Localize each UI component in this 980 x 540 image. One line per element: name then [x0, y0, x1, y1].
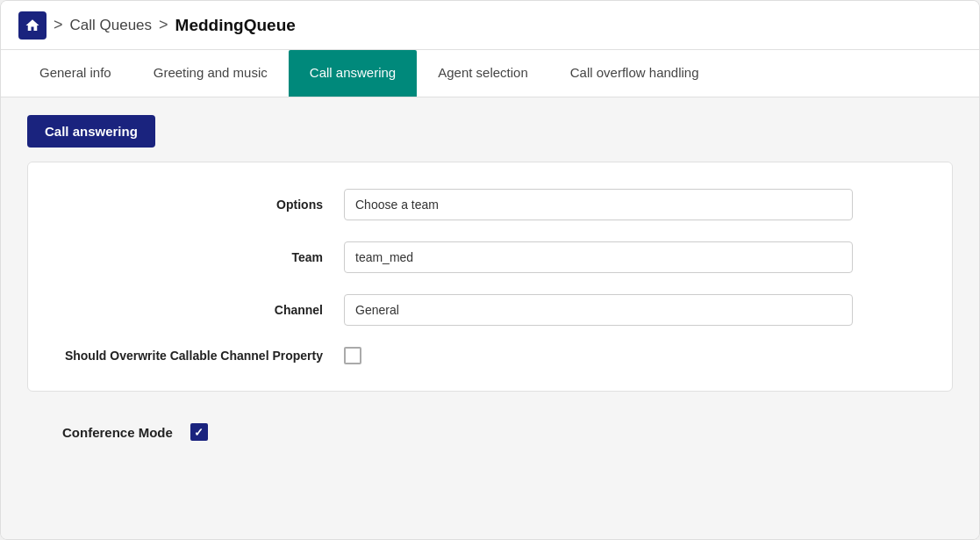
options-row: Options [63, 189, 917, 220]
main-content: Call answering Options Team Channel Shou… [1, 97, 979, 539]
team-label: Team [63, 250, 344, 264]
channel-label: Channel [63, 303, 344, 317]
conference-checkbox[interactable] [190, 423, 208, 441]
channel-input[interactable] [344, 294, 853, 326]
form-card: Options Team Channel Should Overwrite Ca… [27, 162, 953, 392]
tab-call-overflow[interactable]: Call overflow handling [549, 50, 720, 97]
tab-general-info[interactable]: General info [18, 50, 132, 97]
tab-call-answering[interactable]: Call answering [289, 50, 417, 97]
overwrite-checkbox-wrapper [344, 347, 361, 364]
team-row: Team [63, 241, 917, 273]
home-icon[interactable] [18, 11, 46, 40]
overwrite-row: Should Overwrite Callable Channel Proper… [63, 347, 917, 364]
conference-row: Conference Mode [27, 409, 953, 455]
conference-label: Conference Mode [62, 425, 173, 440]
breadcrumb-sep-2: > [159, 16, 168, 34]
tab-greeting-music[interactable]: Greeting and music [132, 50, 289, 97]
breadcrumb-call-queues[interactable]: Call Queues [70, 17, 153, 34]
team-input[interactable] [344, 241, 853, 273]
breadcrumb-sep-1: > [54, 16, 63, 34]
channel-row: Channel [63, 294, 917, 326]
options-input[interactable] [344, 189, 853, 220]
breadcrumb-current: MeddingQueue [175, 16, 296, 35]
tab-bar: General info Greeting and music Call ans… [1, 50, 979, 97]
overwrite-checkbox[interactable] [344, 347, 361, 364]
header: > Call Queues > MeddingQueue [1, 1, 979, 50]
options-label: Options [63, 198, 344, 212]
tab-agent-selection[interactable]: Agent selection [417, 50, 549, 97]
overwrite-label: Should Overwrite Callable Channel Proper… [63, 349, 344, 363]
section-badge: Call answering [27, 115, 155, 148]
app-container: > Call Queues > MeddingQueue General inf… [0, 0, 980, 540]
